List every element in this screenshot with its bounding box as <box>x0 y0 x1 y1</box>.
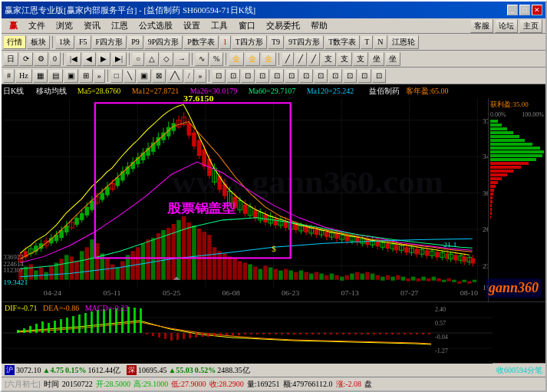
tb-r12[interactable]: ⊡ <box>372 69 386 83</box>
tb-f5[interactable]: F5 <box>75 35 91 49</box>
tb-f-sq[interactable]: F四方形 <box>92 35 127 49</box>
tb-draw5[interactable]: ╱╲ <box>166 69 183 83</box>
svg-rect-96 <box>371 274 375 280</box>
tb-draw1[interactable]: □ <box>110 69 123 83</box>
tb-p9[interactable]: P9 <box>127 35 143 49</box>
tb-1t[interactable]: 1 <box>219 35 231 49</box>
menu-tools[interactable]: 工具 <box>206 19 232 32</box>
tb-triangle[interactable]: △ <box>145 52 159 66</box>
tb-tools3[interactable]: ▣ <box>64 69 78 83</box>
menu-gann[interactable]: 江恩 <box>107 19 133 32</box>
tb-bk[interactable]: 板块 <box>27 35 50 49</box>
menu-window[interactable]: 窗口 <box>234 19 260 32</box>
tb-draw3[interactable]: ▣ <box>137 69 151 83</box>
tb-gold3[interactable]: 金 <box>261 52 276 66</box>
tb-prev-start[interactable]: |◀ <box>66 52 81 66</box>
svg-rect-333 <box>490 208 492 211</box>
tb-t[interactable]: T <box>361 35 373 49</box>
svg-rect-403 <box>404 333 406 334</box>
tb-9t-sq[interactable]: 9T四方形 <box>285 35 324 49</box>
tb-r7[interactable]: ⊡ <box>299 69 313 83</box>
tb-r8[interactable]: ⊡ <box>314 69 328 83</box>
menu-help[interactable]: 帮助 <box>306 19 332 32</box>
tb-t-sq[interactable]: T四方形 <box>232 35 267 49</box>
tb-circle[interactable]: ○ <box>132 52 144 66</box>
tb-gann-wheel[interactable]: 江恩轮 <box>388 35 419 49</box>
tb-gold1[interactable]: 金 <box>229 52 244 66</box>
tb-r4[interactable]: ⊡ <box>255 69 269 83</box>
tb-tools4[interactable]: ⊞ <box>79 69 93 83</box>
tb-refresh[interactable]: ⟳ <box>19 52 33 66</box>
tb-next-end[interactable]: ▶| <box>111 52 127 66</box>
tb-r10[interactable]: ⊡ <box>343 69 357 83</box>
svg-rect-332 <box>490 204 492 207</box>
tb-zx3[interactable]: 支 <box>353 52 368 66</box>
menu-trade[interactable]: 交易委托 <box>262 19 305 32</box>
tb-hq[interactable]: 行情 <box>3 35 26 49</box>
svg-rect-376 <box>238 333 240 335</box>
svg-rect-92 <box>350 274 354 280</box>
tb-hash[interactable]: # <box>3 69 15 83</box>
tb-day[interactable]: 日 <box>3 52 18 66</box>
svg-rect-29 <box>28 264 33 279</box>
nav-forum[interactable]: 论坛 <box>495 19 518 33</box>
tb-r5[interactable]: ⊡ <box>270 69 284 83</box>
tb-line2[interactable]: ╱ <box>295 52 307 66</box>
tb-1k[interactable]: 1块 <box>55 35 74 49</box>
menu-news[interactable]: 资讯 <box>79 19 105 32</box>
tb-n[interactable]: N <box>374 35 387 49</box>
tb-p-num[interactable]: P数字表 <box>183 35 219 49</box>
tb-wave[interactable]: ∿ <box>195 52 209 66</box>
tb-zx[interactable]: 支 <box>321 52 336 66</box>
svg-rect-392 <box>336 333 338 334</box>
menu-win[interactable]: 赢 <box>5 19 22 32</box>
tb-draw2[interactable]: ╲ <box>124 69 136 83</box>
tb-gold2[interactable]: 金 <box>245 52 260 66</box>
menu-formula[interactable]: 公式选股 <box>134 19 177 32</box>
tb-line1[interactable]: ╱ <box>282 52 294 66</box>
tb-tools2[interactable]: ▤ <box>48 69 63 83</box>
svg-rect-86 <box>319 274 324 280</box>
tb-settings2[interactable]: ⚙ <box>34 52 48 66</box>
tb-hz[interactable]: Hz <box>15 69 32 83</box>
svg-rect-60 <box>187 222 192 280</box>
nav-customer[interactable]: 客服 <box>470 19 493 33</box>
tb-line3[interactable]: ╱ <box>308 52 320 66</box>
svg-text:www.gann360.com: www.gann360.com <box>172 165 443 199</box>
tb-r11[interactable]: ⊡ <box>358 69 371 83</box>
tb-r9[interactable]: ⊡ <box>328 69 342 83</box>
tb-9p-sq[interactable]: 9P四方形 <box>144 35 183 49</box>
tb-zx4[interactable]: 坐 <box>369 52 384 66</box>
tb-r3[interactable]: ⊡ <box>241 69 255 83</box>
tb-zx2[interactable]: 支 <box>337 52 352 66</box>
svg-rect-353 <box>97 310 99 333</box>
tb-zx5[interactable]: 坐 <box>385 52 400 66</box>
tb-r1[interactable]: ⊡ <box>212 69 226 83</box>
tb-prev[interactable]: ◀ <box>82 52 96 66</box>
tb-diamond[interactable]: ◇ <box>160 52 173 66</box>
svg-rect-386 <box>299 333 302 334</box>
tb-r6[interactable]: ⊡ <box>285 69 298 83</box>
minimize-btn[interactable]: _ <box>507 5 518 15</box>
svg-rect-114 <box>462 280 466 282</box>
tb-0[interactable]: 0 <box>49 52 61 66</box>
svg-rect-107 <box>427 278 431 282</box>
svg-rect-81 <box>294 272 298 280</box>
menu-browse[interactable]: 浏览 <box>51 19 77 32</box>
tb-arrow-right[interactable]: → <box>174 52 189 66</box>
tb-t-num[interactable]: T数字表 <box>325 35 360 49</box>
tb-percent[interactable]: % <box>209 52 223 66</box>
tb-more[interactable]: » <box>94 69 105 83</box>
menu-settings[interactable]: 设置 <box>179 19 205 32</box>
tb-play[interactable]: ▶ <box>97 52 110 66</box>
close-btn[interactable]: ✕ <box>532 5 542 15</box>
tb-r2[interactable]: ⊡ <box>226 69 240 83</box>
menu-file[interactable]: 文件 <box>24 19 50 32</box>
tb-t9[interactable]: T9 <box>268 35 284 49</box>
tb-draw6[interactable]: / <box>184 69 194 83</box>
tb-draw4[interactable]: ⊠ <box>152 69 166 83</box>
tb-chart-tools[interactable]: ▦ <box>33 69 48 83</box>
tb-draw7[interactable]: » <box>195 69 206 83</box>
maximize-btn[interactable]: □ <box>519 5 530 15</box>
nav-home[interactable]: 主页 <box>519 19 542 33</box>
